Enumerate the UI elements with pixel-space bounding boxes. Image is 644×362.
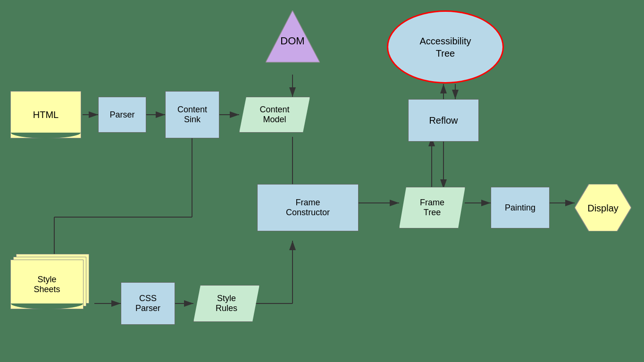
frame-tree-node: Frame Tree [399,187,465,228]
svg-text:Display: Display [587,203,619,213]
dom-node: DOM [266,10,320,76]
html-node: HTML [10,91,81,138]
dom-triangle: DOM [266,10,320,75]
arrows-svg [0,0,644,362]
html-label: HTML [10,91,81,138]
content-model-node: Content Model [239,97,310,133]
style-rules-node: Style Rules [193,285,259,322]
svg-text:DOM: DOM [280,35,304,47]
parser-node: Parser [98,97,146,133]
frame-constructor-node: Frame Constructor [257,184,359,231]
display-hexagon: Display [575,184,631,231]
reflow-node: Reflow [408,99,479,142]
content-sink-node: Content Sink [165,91,219,138]
accessibility-tree-node: Accessibility Tree [387,10,504,84]
display-node: Display [575,184,631,233]
diagram: HTML Parser Content Sink Content Model D… [0,0,644,362]
painting-node: Painting [491,187,550,228]
style-sheets-node: Style Sheets [10,260,84,309]
css-parser-node: CSS Parser [121,282,175,325]
